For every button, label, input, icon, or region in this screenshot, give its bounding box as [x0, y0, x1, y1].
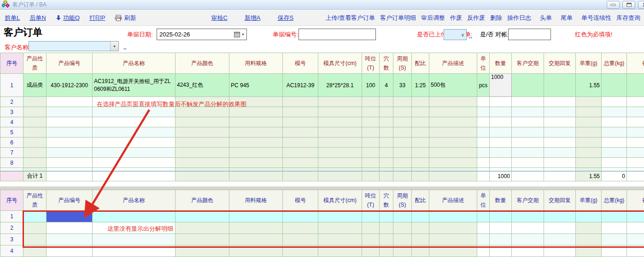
- grid-cell[interactable]: [512, 148, 544, 158]
- grid-cell[interactable]: [412, 137, 429, 148]
- grid-cell[interactable]: [429, 127, 477, 137]
- grid-cell[interactable]: [283, 137, 318, 148]
- grid-cell[interactable]: pcs: [477, 74, 490, 97]
- grid-cell[interactable]: [23, 137, 47, 148]
- grid-cell[interactable]: AC1912-39: [283, 74, 318, 97]
- grid-cell[interactable]: [602, 168, 627, 171]
- grid-cell[interactable]: 33: [393, 74, 412, 97]
- grid-cell[interactable]: [544, 97, 576, 107]
- grid-cell[interactable]: 1.55: [576, 74, 602, 97]
- grid-cell[interactable]: 1:25: [412, 74, 429, 97]
- minimize-button[interactable]: [607, 1, 620, 9]
- column-header[interactable]: 交期回复: [544, 53, 576, 74]
- column-header[interactable]: 备注: [627, 190, 644, 211]
- grid-cell[interactable]: [576, 127, 602, 137]
- grid-cell[interactable]: [93, 158, 176, 168]
- grid-cell[interactable]: 成品类: [23, 74, 47, 97]
- grid-cell[interactable]: [627, 158, 644, 168]
- column-header[interactable]: 产品颜色: [176, 53, 229, 74]
- row-number-cell[interactable]: 4: [0, 245, 23, 257]
- grid-cell[interactable]: [429, 117, 477, 127]
- grid-cell[interactable]: [477, 171, 490, 181]
- row-number-cell[interactable]: 3: [0, 234, 23, 245]
- grid-cell[interactable]: [412, 127, 429, 137]
- grid-cell[interactable]: [93, 148, 176, 158]
- chevron-down-icon[interactable]: ▼: [110, 42, 118, 51]
- grid-cell[interactable]: [576, 117, 602, 127]
- grid-cell[interactable]: [576, 107, 602, 117]
- row-number-cell[interactable]: 2: [0, 97, 23, 107]
- grid-cell[interactable]: [283, 148, 318, 158]
- grid-cell[interactable]: [380, 168, 393, 171]
- grid-cell[interactable]: [627, 107, 644, 117]
- grid-cell[interactable]: [93, 137, 176, 148]
- grid-cell[interactable]: [544, 148, 576, 158]
- column-header[interactable]: 配比: [412, 53, 429, 74]
- grid-cell[interactable]: [490, 168, 512, 171]
- grid-cell[interactable]: [23, 117, 47, 127]
- prev-order-button[interactable]: 前单L: [5, 14, 20, 22]
- grid-cell[interactable]: [380, 107, 393, 117]
- grid-cell[interactable]: [490, 148, 512, 158]
- grid-cell[interactable]: [544, 74, 576, 97]
- column-header[interactable]: 配比: [412, 190, 429, 211]
- grid-cell[interactable]: [490, 117, 512, 127]
- refresh-button[interactable]: 刷新: [115, 14, 136, 22]
- delete-link[interactable]: 删除: [490, 14, 502, 22]
- grid-cell[interactable]: [47, 107, 93, 117]
- grid-cell[interactable]: [23, 127, 47, 137]
- grid-cell[interactable]: [429, 148, 477, 158]
- add-button[interactable]: 新增A: [245, 14, 261, 22]
- upload-view-order-link[interactable]: 上传/查看客户订单: [325, 14, 375, 22]
- grid-cell[interactable]: [362, 117, 380, 127]
- grid-cell[interactable]: [512, 127, 544, 137]
- grid-cell[interactable]: [602, 137, 627, 148]
- grid-cell[interactable]: [627, 171, 644, 181]
- grid-cell[interactable]: [412, 171, 429, 181]
- uploaded-select[interactable]: ∨: [444, 29, 467, 40]
- grid-cell[interactable]: [477, 127, 490, 137]
- grid-cell[interactable]: [544, 107, 576, 117]
- column-header[interactable]: 备注: [627, 53, 644, 74]
- column-header[interactable]: 单重(g): [576, 53, 602, 74]
- column-header[interactable]: 交期回复: [544, 190, 576, 211]
- print-button[interactable]: 打印P: [89, 14, 105, 22]
- doc-date-picker[interactable]: 2025-02-26 ▼: [157, 29, 247, 40]
- grid-cell[interactable]: [362, 171, 380, 181]
- grid-cell[interactable]: [362, 107, 380, 117]
- column-header[interactable]: 产品编号: [47, 53, 93, 74]
- grid-cell[interactable]: [412, 148, 429, 158]
- grid-cell[interactable]: [318, 117, 362, 127]
- grid-cell[interactable]: [176, 137, 229, 148]
- grid-cell[interactable]: [283, 168, 318, 171]
- grid-cell[interactable]: [47, 97, 93, 107]
- next-order-button[interactable]: 后单N: [29, 14, 46, 22]
- column-header[interactable]: 数量: [490, 53, 512, 74]
- grid-cell[interactable]: [412, 168, 429, 171]
- grid-cell[interactable]: [412, 117, 429, 127]
- grid-cell[interactable]: [393, 171, 412, 181]
- column-header[interactable]: 用料规格: [229, 53, 283, 74]
- grid-cell[interactable]: [23, 107, 47, 117]
- grid-cell[interactable]: [429, 137, 477, 148]
- column-header[interactable]: 产品描述: [429, 190, 477, 211]
- grid-cell[interactable]: [47, 137, 93, 148]
- grid-cell[interactable]: [512, 168, 544, 171]
- grid-cell[interactable]: [627, 168, 644, 171]
- grid-cell[interactable]: 1000: [490, 171, 512, 181]
- grid-cell[interactable]: [47, 171, 93, 181]
- row-number-cell[interactable]: 1: [0, 211, 23, 222]
- grid-cell[interactable]: [380, 127, 393, 137]
- grid-cell[interactable]: [490, 158, 512, 168]
- grid-cell[interactable]: [283, 158, 318, 168]
- column-header[interactable]: 总重(kg): [602, 53, 627, 74]
- column-header[interactable]: 模号: [283, 53, 318, 74]
- grid-cell[interactable]: [176, 168, 229, 171]
- grid-cell[interactable]: 100: [362, 74, 380, 97]
- column-header[interactable]: 产品名称: [93, 190, 176, 211]
- grid-cell[interactable]: [93, 117, 176, 127]
- grid-cell[interactable]: [544, 137, 576, 148]
- grid-cell[interactable]: [318, 148, 362, 158]
- column-header[interactable]: 产品性质: [23, 53, 47, 74]
- grid-cell[interactable]: [393, 127, 412, 137]
